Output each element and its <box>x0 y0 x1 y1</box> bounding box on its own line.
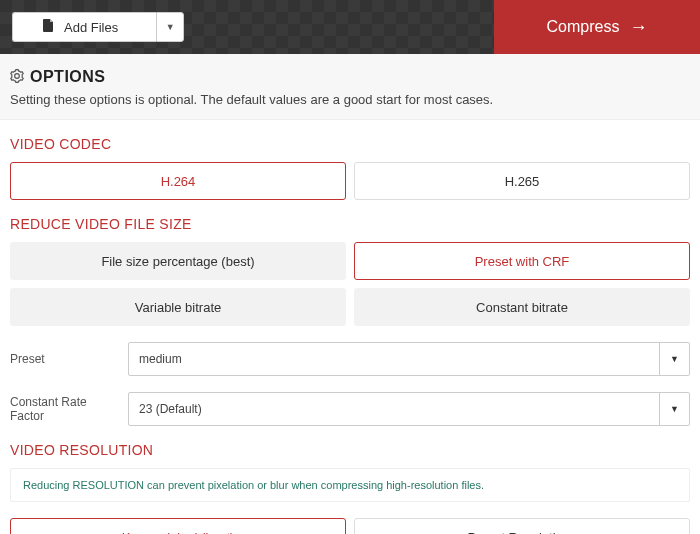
reduce-cbr-label: Constant bitrate <box>476 300 568 315</box>
crf-select[interactable]: 23 (Default) ▼ <box>128 392 690 426</box>
reduce-size-section: REDUCE VIDEO FILE SIZE File size percent… <box>0 216 700 426</box>
resolution-keep-option[interactable]: Keep original (best) <box>10 518 346 534</box>
reduce-cbr-option[interactable]: Constant bitrate <box>354 288 690 326</box>
reduce-options-row2: Variable bitrate Constant bitrate <box>10 288 690 326</box>
video-codec-section: VIDEO CODEC H.264 H.265 <box>0 136 700 200</box>
crf-row: Constant Rate Factor 23 (Default) ▼ <box>10 392 690 426</box>
reduce-vbr-option[interactable]: Variable bitrate <box>10 288 346 326</box>
gear-icon <box>10 69 24 86</box>
options-description: Setting these options is optional. The d… <box>10 92 690 107</box>
add-files-label: Add Files <box>64 20 118 35</box>
codec-h265-option[interactable]: H.265 <box>354 162 690 200</box>
reduce-crf-option[interactable]: Preset with CRF <box>354 242 690 280</box>
chevron-down-icon: ▼ <box>659 393 689 425</box>
compress-button[interactable]: Compress → <box>494 0 700 54</box>
chevron-down-icon: ▼ <box>659 343 689 375</box>
options-header: OPTIONS <box>10 68 690 86</box>
preset-select[interactable]: medium ▼ <box>128 342 690 376</box>
file-icon <box>43 19 54 35</box>
codec-h264-option[interactable]: H.264 <box>10 162 346 200</box>
arrow-right-icon: → <box>629 17 647 38</box>
crf-value: 23 (Default) <box>139 402 202 416</box>
reduce-options-row1: File size percentage (best) Preset with … <box>10 242 690 280</box>
add-files-group: Add Files ▼ <box>12 12 184 42</box>
resolution-options: Keep original (best) Preset Resolutions <box>10 518 690 534</box>
codec-h265-label: H.265 <box>505 174 540 189</box>
codec-h264-label: H.264 <box>161 174 196 189</box>
resolution-hint: Reducing RESOLUTION can prevent pixelati… <box>10 468 690 502</box>
compress-label: Compress <box>547 18 620 36</box>
reduce-pct-label: File size percentage (best) <box>101 254 254 269</box>
add-files-dropdown-button[interactable]: ▼ <box>156 12 184 42</box>
preset-value: medium <box>139 352 182 366</box>
top-bar: Add Files ▼ Compress → <box>0 0 700 54</box>
options-panel: OPTIONS Setting these options is optiona… <box>0 54 700 120</box>
preset-label: Preset <box>10 352 120 366</box>
reduce-vbr-label: Variable bitrate <box>135 300 221 315</box>
reduce-pct-option[interactable]: File size percentage (best) <box>10 242 346 280</box>
chevron-down-icon: ▼ <box>166 22 175 32</box>
codec-options: H.264 H.265 <box>10 162 690 200</box>
resolution-preset-label: Preset Resolutions <box>467 530 576 535</box>
reduce-crf-label: Preset with CRF <box>475 254 570 269</box>
add-files-button[interactable]: Add Files <box>12 12 156 42</box>
video-resolution-section: VIDEO RESOLUTION Reducing RESOLUTION can… <box>0 442 700 534</box>
resolution-preset-option[interactable]: Preset Resolutions <box>354 518 690 534</box>
preset-row: Preset medium ▼ <box>10 342 690 376</box>
crf-label: Constant Rate Factor <box>10 395 120 423</box>
reduce-size-title: REDUCE VIDEO FILE SIZE <box>10 216 690 232</box>
video-codec-title: VIDEO CODEC <box>10 136 690 152</box>
options-title: OPTIONS <box>30 68 106 86</box>
video-resolution-title: VIDEO RESOLUTION <box>10 442 690 458</box>
resolution-keep-label: Keep original (best) <box>122 530 235 535</box>
